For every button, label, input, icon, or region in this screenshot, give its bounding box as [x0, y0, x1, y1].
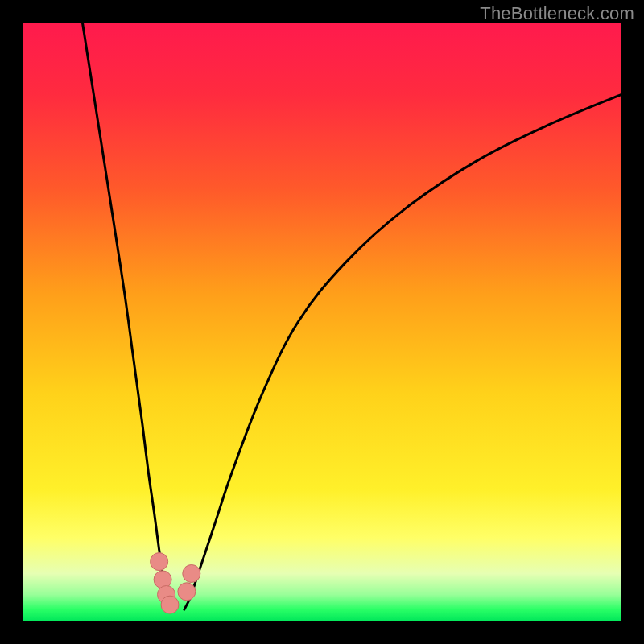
data-marker: [161, 596, 179, 613]
data-marker: [151, 553, 168, 571]
data-marker: [178, 583, 196, 601]
right-branch-curve: [184, 94, 621, 609]
watermark-text: TheBottleneck.com: [480, 3, 634, 24]
curves-layer: [23, 23, 621, 621]
left-branch-curve: [82, 23, 172, 609]
data-marker: [183, 564, 200, 582]
plot-area: [23, 23, 621, 621]
chart-frame: TheBottleneck.com: [0, 0, 644, 644]
marker-group: [151, 553, 200, 614]
